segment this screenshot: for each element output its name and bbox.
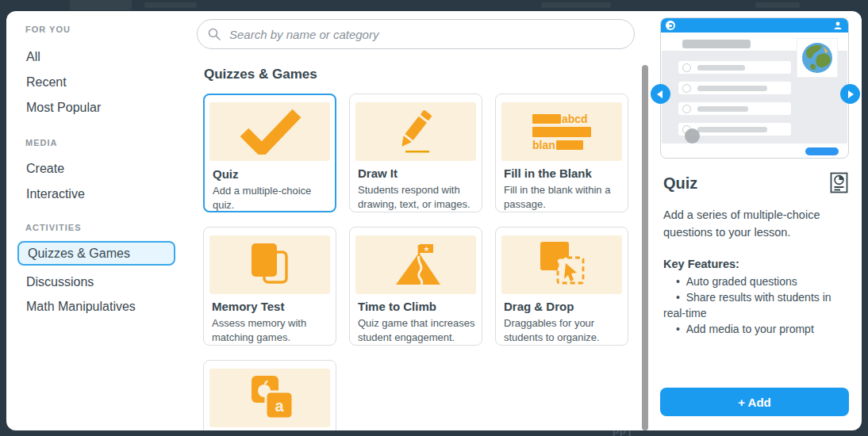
activity-card-fill-in-the-blank[interactable]: abcd blan Fill in the Blank Fill in the … <box>495 94 628 212</box>
preview-student-avatar <box>685 128 700 143</box>
card-description: Fill in the blank within a passage. <box>504 183 623 212</box>
card-description: Add a multiple-choice quiz. <box>213 184 332 212</box>
report-document-icon <box>828 172 850 193</box>
sidebar-item-recent[interactable]: Recent <box>26 75 67 90</box>
card-title: Memory Test <box>212 300 284 313</box>
card-thumbnail <box>355 102 476 161</box>
checkmark-icon <box>232 109 308 155</box>
nearpod-logo-icon <box>666 21 675 30</box>
sidebar-section-label: ACTIVITIES <box>25 223 82 232</box>
sidebar-item-interactive[interactable]: Interactive <box>26 187 85 201</box>
detail-title: Quiz <box>663 174 697 193</box>
matching-pairs-icon: a <box>245 374 294 422</box>
preview-next-arrow-button[interactable] <box>840 84 860 104</box>
pencil-icon <box>388 107 444 156</box>
detail-description: Add a series of multiple-choice question… <box>663 206 852 241</box>
preview-answer-option <box>678 82 791 94</box>
card-thumbnail <box>501 235 622 294</box>
card-thumbnail <box>209 102 330 161</box>
preview-prev-arrow-button[interactable] <box>651 84 670 104</box>
preview-answer-option <box>678 61 791 74</box>
fill-in-blank-icon-text: blan <box>532 140 555 150</box>
preview-answer-option <box>678 102 791 115</box>
svg-text:★: ★ <box>423 245 429 253</box>
sidebar-item-math-manipulatives[interactable]: Math Manipulatives <box>26 300 136 314</box>
card-title: Time to Climb <box>358 300 436 313</box>
feature-item: Share results with students in real-time <box>663 289 854 321</box>
card-description: Assess memory with matching games. <box>212 316 331 345</box>
activity-card-partial[interactable]: a <box>203 360 336 430</box>
activity-card-quiz[interactable]: Quiz Add a multiple-choice quiz. <box>203 94 336 212</box>
card-title: Fill in the Blank <box>504 166 592 180</box>
add-button[interactable]: + Add <box>660 388 849 416</box>
section-heading: Quizzes & Games <box>204 67 317 82</box>
screen: PPT FOR YOU All Recent Most Popular MEDI… <box>0 0 868 436</box>
sidebar-item-most-popular[interactable]: Most Popular <box>26 101 101 115</box>
drag-drop-cursor-icon <box>536 241 587 289</box>
backdrop-remnant <box>541 2 611 8</box>
feature-item: Add media to your prompt <box>663 321 854 337</box>
feature-item: Auto graded questions <box>663 273 854 289</box>
backdrop-remnant <box>70 0 132 10</box>
activity-card-memory-test[interactable]: Memory Test Assess memory with matching … <box>203 227 336 346</box>
add-activity-modal: FOR YOU All Recent Most Popular MEDIA Cr… <box>6 11 862 430</box>
card-description: Quiz game that increases student engagem… <box>358 316 477 345</box>
fill-in-blank-icon-text: abcd <box>562 114 588 124</box>
scrollbar[interactable] <box>642 65 648 430</box>
preview-submit-button-placeholder <box>805 147 839 155</box>
card-title: Quiz <box>213 167 239 181</box>
card-thumbnail: a <box>209 369 330 427</box>
sidebar-item-all[interactable]: All <box>26 50 40 64</box>
card-thumbnail: ★ <box>355 235 476 294</box>
sidebar-item-quizzes-games[interactable]: Quizzes & Games <box>17 241 175 266</box>
preview-image-panel <box>797 38 838 78</box>
card-title: Draw It <box>358 166 398 180</box>
card-thumbnail <box>209 235 330 294</box>
activity-preview <box>660 17 849 159</box>
card-description: Draggables for your students to organize… <box>504 316 623 345</box>
card-thumbnail: abcd blan <box>501 102 622 161</box>
card-description: Students respond with drawing, text, or … <box>358 183 477 212</box>
search-input[interactable] <box>197 19 635 49</box>
backdrop-remnant <box>144 2 197 8</box>
activity-card-draw-it[interactable]: Draw It Students respond with drawing, t… <box>349 94 482 212</box>
globe-image <box>801 42 833 74</box>
sidebar-item-create[interactable]: Create <box>26 162 64 176</box>
sidebar-item-discussions[interactable]: Discussions <box>26 275 94 289</box>
search-icon <box>208 28 221 40</box>
sidebar-item-label: Quizzes & Games <box>28 247 130 261</box>
key-features-heading: Key Features: <box>663 258 739 270</box>
preview-header-bar <box>661 18 848 33</box>
activity-card-time-to-climb[interactable]: ★ Time to Climb Quiz game that increases… <box>349 227 482 346</box>
activity-card-drag-and-drop[interactable]: Drag & Drop Draggables for your students… <box>495 227 628 346</box>
mountain-flag-icon: ★ <box>390 242 442 288</box>
matching-pairs-icon-letter: a <box>275 397 284 415</box>
sidebar-section-label: FOR YOU <box>25 25 71 34</box>
key-features-list: Auto graded questions Share results with… <box>663 273 854 338</box>
preview-question-title-placeholder <box>682 40 751 48</box>
fill-in-blank-icon: abcd blan <box>532 114 591 150</box>
search-bar <box>197 19 635 49</box>
card-title: Drag & Drop <box>504 300 574 313</box>
backdrop-remnant <box>755 2 800 8</box>
profile-icon <box>833 21 843 30</box>
memory-cards-icon <box>247 242 293 288</box>
sidebar-section-label: MEDIA <box>25 138 57 147</box>
